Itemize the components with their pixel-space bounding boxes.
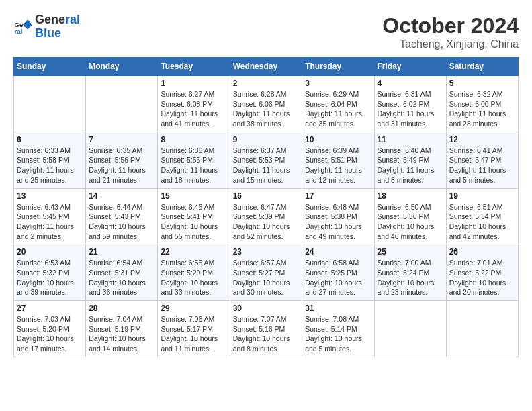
day-number: 8 — [161, 135, 226, 144]
day-number: 24 — [305, 247, 371, 257]
logo-text: General Blue — [35, 13, 80, 40]
day-number: 16 — [233, 191, 300, 201]
day-number: 31 — [305, 304, 371, 313]
day-number: 13 — [17, 191, 83, 201]
calendar-cell: 3Sunrise: 6:29 AMSunset: 6:04 PMDaylight… — [302, 76, 374, 132]
day-info: Sunrise: 6:58 AMSunset: 5:25 PMDaylight:… — [305, 258, 371, 298]
day-number: 4 — [378, 79, 443, 88]
day-info: Sunrise: 6:33 AMSunset: 5:58 PMDaylight:… — [17, 146, 83, 185]
day-number: 20 — [17, 247, 83, 257]
logo: Gene ral General Blue — [13, 13, 80, 40]
day-number: 3 — [305, 79, 371, 88]
calendar-cell: 26Sunrise: 7:01 AMSunset: 5:22 PMDayligh… — [446, 244, 518, 301]
day-info: Sunrise: 6:57 AMSunset: 5:27 PMDaylight:… — [233, 258, 300, 298]
calendar-cell: 4Sunrise: 6:31 AMSunset: 6:02 PMDaylight… — [374, 76, 446, 132]
calendar-cell: 19Sunrise: 6:51 AMSunset: 5:34 PMDayligh… — [446, 188, 518, 244]
day-number: 28 — [89, 304, 154, 313]
day-number: 2 — [233, 79, 300, 88]
calendar-cell: 8Sunrise: 6:36 AMSunset: 5:55 PMDaylight… — [158, 132, 230, 188]
day-info: Sunrise: 6:47 AMSunset: 5:39 PMDaylight:… — [233, 202, 300, 242]
day-number: 27 — [17, 304, 83, 313]
day-info: Sunrise: 6:35 AMSunset: 5:56 PMDaylight:… — [89, 146, 154, 185]
day-info: Sunrise: 6:37 AMSunset: 5:53 PMDaylight:… — [233, 146, 300, 185]
day-number: 9 — [233, 135, 300, 144]
calendar-cell — [374, 301, 446, 357]
day-info: Sunrise: 7:07 AMSunset: 5:16 PMDaylight:… — [233, 314, 300, 354]
calendar-cell: 12Sunrise: 6:41 AMSunset: 5:47 PMDayligh… — [446, 132, 518, 188]
calendar-week-row: 1Sunrise: 6:27 AMSunset: 6:08 PMDaylight… — [14, 76, 519, 132]
day-number: 21 — [89, 247, 154, 257]
calendar-cell: 7Sunrise: 6:35 AMSunset: 5:56 PMDaylight… — [86, 132, 158, 188]
calendar-table: SundayMondayTuesdayWednesdayThursdayFrid… — [13, 57, 519, 357]
day-info: Sunrise: 7:03 AMSunset: 5:20 PMDaylight:… — [17, 314, 83, 354]
day-info: Sunrise: 6:43 AMSunset: 5:45 PMDaylight:… — [17, 202, 83, 242]
day-info: Sunrise: 6:28 AMSunset: 6:06 PMDaylight:… — [233, 89, 300, 129]
svg-text:ral: ral — [14, 28, 22, 35]
calendar-cell: 21Sunrise: 6:54 AMSunset: 5:31 PMDayligh… — [86, 244, 158, 301]
calendar-cell — [446, 301, 518, 357]
calendar-week-row: 13Sunrise: 6:43 AMSunset: 5:45 PMDayligh… — [14, 188, 519, 244]
day-number: 11 — [378, 135, 443, 144]
day-info: Sunrise: 6:48 AMSunset: 5:38 PMDaylight:… — [305, 202, 371, 242]
location-subtitle: Tacheng, Xinjiang, China — [382, 38, 519, 50]
day-info: Sunrise: 6:36 AMSunset: 5:55 PMDaylight:… — [161, 146, 226, 185]
col-header-monday: Monday — [86, 58, 158, 76]
day-number: 29 — [161, 304, 226, 313]
day-info: Sunrise: 7:06 AMSunset: 5:17 PMDaylight:… — [161, 314, 226, 354]
day-number: 26 — [449, 247, 515, 257]
calendar-cell: 20Sunrise: 6:53 AMSunset: 5:32 PMDayligh… — [14, 244, 86, 301]
calendar-week-row: 6Sunrise: 6:33 AMSunset: 5:58 PMDaylight… — [14, 132, 519, 188]
calendar-cell: 25Sunrise: 7:00 AMSunset: 5:24 PMDayligh… — [374, 244, 446, 301]
day-number: 18 — [378, 191, 443, 201]
day-number: 1 — [161, 79, 226, 88]
day-info: Sunrise: 6:54 AMSunset: 5:31 PMDaylight:… — [89, 258, 154, 298]
col-header-friday: Friday — [374, 58, 446, 76]
day-number: 14 — [89, 191, 154, 201]
day-info: Sunrise: 6:41 AMSunset: 5:47 PMDaylight:… — [449, 146, 515, 185]
calendar-cell: 30Sunrise: 7:07 AMSunset: 5:16 PMDayligh… — [230, 301, 302, 357]
calendar-cell: 13Sunrise: 6:43 AMSunset: 5:45 PMDayligh… — [14, 188, 86, 244]
col-header-sunday: Sunday — [14, 58, 86, 76]
day-info: Sunrise: 6:29 AMSunset: 6:04 PMDaylight:… — [305, 89, 371, 129]
day-info: Sunrise: 7:00 AMSunset: 5:24 PMDaylight:… — [378, 258, 443, 298]
calendar-cell: 14Sunrise: 6:44 AMSunset: 5:43 PMDayligh… — [86, 188, 158, 244]
calendar-cell: 28Sunrise: 7:04 AMSunset: 5:19 PMDayligh… — [86, 301, 158, 357]
day-number: 22 — [161, 247, 226, 257]
day-number: 15 — [161, 191, 226, 201]
col-header-thursday: Thursday — [302, 58, 374, 76]
day-number: 17 — [305, 191, 371, 201]
page-header: Gene ral General Blue October 2024 Tache… — [13, 13, 519, 50]
day-info: Sunrise: 6:53 AMSunset: 5:32 PMDaylight:… — [17, 258, 83, 298]
day-info: Sunrise: 7:08 AMSunset: 5:14 PMDaylight:… — [305, 314, 371, 354]
calendar-cell — [86, 76, 158, 132]
day-info: Sunrise: 6:39 AMSunset: 5:51 PMDaylight:… — [305, 146, 371, 185]
day-info: Sunrise: 6:44 AMSunset: 5:43 PMDaylight:… — [89, 202, 154, 242]
calendar-cell: 16Sunrise: 6:47 AMSunset: 5:39 PMDayligh… — [230, 188, 302, 244]
day-number: 6 — [17, 135, 83, 144]
calendar-cell: 9Sunrise: 6:37 AMSunset: 5:53 PMDaylight… — [230, 132, 302, 188]
logo-icon: Gene ral — [13, 17, 32, 36]
calendar-cell: 31Sunrise: 7:08 AMSunset: 5:14 PMDayligh… — [302, 301, 374, 357]
day-info: Sunrise: 6:40 AMSunset: 5:49 PMDaylight:… — [378, 146, 443, 185]
calendar-cell: 11Sunrise: 6:40 AMSunset: 5:49 PMDayligh… — [374, 132, 446, 188]
calendar-cell: 22Sunrise: 6:55 AMSunset: 5:29 PMDayligh… — [158, 244, 230, 301]
col-header-tuesday: Tuesday — [158, 58, 230, 76]
day-number: 10 — [305, 135, 371, 144]
calendar-cell: 15Sunrise: 6:46 AMSunset: 5:41 PMDayligh… — [158, 188, 230, 244]
calendar-cell: 24Sunrise: 6:58 AMSunset: 5:25 PMDayligh… — [302, 244, 374, 301]
title-block: October 2024 Tacheng, Xinjiang, China — [382, 13, 519, 50]
day-info: Sunrise: 7:04 AMSunset: 5:19 PMDaylight:… — [89, 314, 154, 354]
day-info: Sunrise: 6:55 AMSunset: 5:29 PMDaylight:… — [161, 258, 226, 298]
calendar-cell: 6Sunrise: 6:33 AMSunset: 5:58 PMDaylight… — [14, 132, 86, 188]
day-info: Sunrise: 6:31 AMSunset: 6:02 PMDaylight:… — [378, 89, 443, 129]
day-info: Sunrise: 6:32 AMSunset: 6:00 PMDaylight:… — [449, 89, 515, 129]
day-info: Sunrise: 6:46 AMSunset: 5:41 PMDaylight:… — [161, 202, 226, 242]
calendar-week-row: 27Sunrise: 7:03 AMSunset: 5:20 PMDayligh… — [14, 301, 519, 357]
day-number: 30 — [233, 304, 300, 313]
day-number: 25 — [378, 247, 443, 257]
calendar-cell: 23Sunrise: 6:57 AMSunset: 5:27 PMDayligh… — [230, 244, 302, 301]
day-info: Sunrise: 6:51 AMSunset: 5:34 PMDaylight:… — [449, 202, 515, 242]
month-title: October 2024 — [382, 13, 519, 38]
calendar-cell: 5Sunrise: 6:32 AMSunset: 6:00 PMDaylight… — [446, 76, 518, 132]
col-header-wednesday: Wednesday — [230, 58, 302, 76]
